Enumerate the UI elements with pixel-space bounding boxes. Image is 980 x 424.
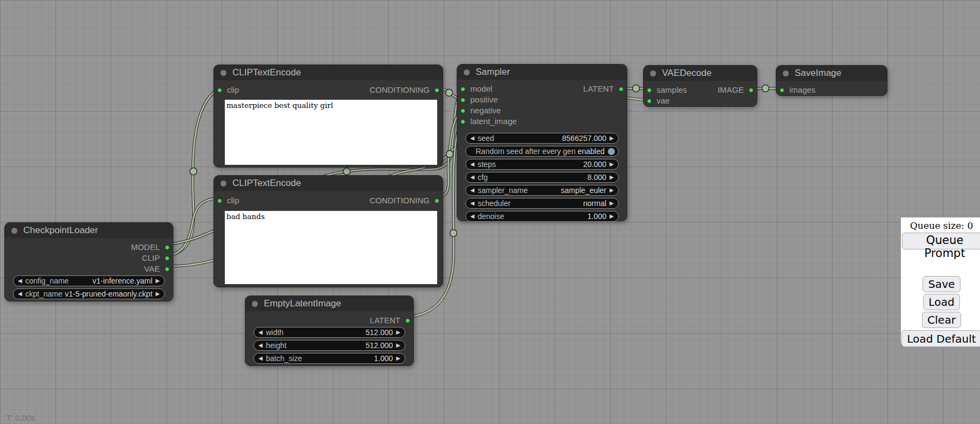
node-collapse-icon[interactable] <box>650 70 656 76</box>
widget-ckpt-name[interactable]: ◀ ckpt_name v1-5-pruned-emaonly.ckpt ▶ <box>13 288 165 299</box>
increment-arrow-icon[interactable]: ▶ <box>155 275 160 286</box>
input-slot-vae[interactable]: vae <box>644 95 670 106</box>
toggle-knob-icon[interactable] <box>608 148 615 155</box>
decrement-arrow-icon[interactable]: ◀ <box>470 159 475 170</box>
node-save-image[interactable]: SaveImage images <box>776 65 887 96</box>
node-collapse-icon[interactable] <box>220 70 226 76</box>
node-title-bar[interactable]: EmptyLatentImage <box>245 296 413 311</box>
node-title-bar[interactable]: CLIPTextEncode <box>214 176 443 191</box>
input-slot-samples[interactable]: samples <box>644 85 687 95</box>
widget-steps[interactable]: ◀ steps 20.000 ▶ <box>465 159 619 170</box>
positive-prompt-textarea[interactable]: masterpiece best quality girl <box>225 100 437 165</box>
input-dot-icon[interactable] <box>647 99 652 104</box>
input-dot-icon[interactable] <box>217 88 222 93</box>
widget-label: Random seed after every gen <box>476 147 575 156</box>
node-clip-text-encode-negative[interactable]: CLIPTextEncode clip CONDITIONING bad han… <box>213 175 443 287</box>
decrement-arrow-icon[interactable]: ◀ <box>18 275 22 286</box>
input-slot-latent-image[interactable]: latent_image <box>457 116 517 127</box>
input-dot-icon[interactable] <box>460 108 465 113</box>
node-checkpoint-loader[interactable]: CheckpointLoader MODEL CLIP VAE ◀ config… <box>4 222 173 301</box>
widget-seed[interactable]: ◀ seed 8566257.000 ▶ <box>465 133 619 144</box>
input-dot-icon[interactable] <box>780 88 784 93</box>
output-dot-icon[interactable] <box>165 267 170 272</box>
node-title-bar[interactable]: Sampler <box>457 65 627 80</box>
node-title-bar[interactable]: CheckpointLoader <box>5 223 173 238</box>
output-slot-conditioning[interactable]: CONDITIONING <box>369 85 443 95</box>
load-default-button[interactable]: Load Default <box>901 330 980 347</box>
node-vae-decode[interactable]: VAEDecode samples IMAGE vae <box>643 65 757 107</box>
increment-arrow-icon[interactable]: ▶ <box>396 340 400 351</box>
widget-cfg[interactable]: ◀ cfg 8.000 ▶ <box>465 172 619 183</box>
increment-arrow-icon[interactable]: ▶ <box>396 353 400 364</box>
input-dot-icon[interactable] <box>460 119 465 124</box>
output-dot-icon[interactable] <box>434 88 439 93</box>
node-collapse-icon[interactable] <box>252 301 258 307</box>
input-slot-clip[interactable]: clip <box>214 195 239 206</box>
output-slot-latent[interactable]: LATENT <box>583 83 627 94</box>
increment-arrow-icon[interactable]: ▶ <box>609 198 614 209</box>
output-slot-conditioning[interactable]: CONDITIONING <box>369 195 443 206</box>
widget-scheduler[interactable]: ◀ scheduler normal ▶ <box>465 198 619 209</box>
output-dot-icon[interactable] <box>749 88 754 93</box>
negative-prompt-textarea[interactable]: bad hands <box>225 211 437 284</box>
decrement-arrow-icon[interactable]: ◀ <box>470 198 475 209</box>
widget-random-seed-toggle[interactable]: Random seed after every gen enabled <box>465 146 619 157</box>
input-dot-icon[interactable] <box>460 98 465 102</box>
queue-prompt-button[interactable]: Queue Prompt <box>902 233 980 249</box>
input-slot-clip[interactable]: clip <box>214 85 239 95</box>
output-slot-latent[interactable]: LATENT <box>370 315 413 326</box>
node-collapse-icon[interactable] <box>783 70 789 76</box>
output-slot-clip[interactable]: CLIP <box>142 253 173 264</box>
node-sampler[interactable]: Sampler model LATENT positive negative l… <box>457 64 627 221</box>
input-slot-negative[interactable]: negative <box>457 105 501 116</box>
node-title-bar[interactable]: CLIPTextEncode <box>214 65 443 80</box>
increment-arrow-icon[interactable]: ▶ <box>609 185 614 196</box>
output-slot-model[interactable]: MODEL <box>131 242 173 253</box>
increment-arrow-icon[interactable]: ▶ <box>155 288 160 299</box>
node-clip-text-encode-positive[interactable]: CLIPTextEncode clip CONDITIONING masterp… <box>213 65 443 168</box>
widget-denoise[interactable]: ◀ denoise 1.000 ▶ <box>465 211 619 222</box>
output-dot-icon[interactable] <box>165 256 170 261</box>
input-dot-icon[interactable] <box>460 87 465 92</box>
widget-config-name[interactable]: ◀ config_name v1-inference.yaml ▶ <box>13 275 165 286</box>
queue-size-label: Queue size: 0 <box>901 217 980 231</box>
decrement-arrow-icon[interactable]: ◀ <box>18 288 22 299</box>
node-title-bar[interactable]: SaveImage <box>776 66 887 81</box>
increment-arrow-icon[interactable]: ▶ <box>396 327 400 338</box>
output-dot-icon[interactable] <box>165 245 170 250</box>
decrement-arrow-icon[interactable]: ◀ <box>258 327 263 338</box>
increment-arrow-icon[interactable]: ▶ <box>609 159 614 170</box>
decrement-arrow-icon[interactable]: ◀ <box>470 211 475 222</box>
input-dot-icon[interactable] <box>647 88 652 93</box>
widget-sampler-name[interactable]: ◀ sampler_name sample_euler ▶ <box>465 185 619 196</box>
input-slot-images[interactable]: images <box>776 85 815 95</box>
increment-arrow-icon[interactable]: ▶ <box>609 172 614 183</box>
widget-width[interactable]: ◀ width 512.000 ▶ <box>254 327 405 338</box>
output-slot-image[interactable]: IMAGE <box>718 85 757 95</box>
clear-button[interactable]: Clear <box>922 312 961 328</box>
node-title-bar[interactable]: VAEDecode <box>644 66 757 81</box>
decrement-arrow-icon[interactable]: ◀ <box>258 340 263 351</box>
widget-batch-size[interactable]: ◀ batch_size 1.000 ▶ <box>254 353 405 364</box>
node-collapse-icon[interactable] <box>220 181 226 187</box>
node-collapse-icon[interactable] <box>464 69 470 75</box>
decrement-arrow-icon[interactable]: ◀ <box>470 133 475 144</box>
input-slot-model[interactable]: model <box>457 83 492 94</box>
decrement-arrow-icon[interactable]: ◀ <box>470 185 475 196</box>
output-slot-vae[interactable]: VAE <box>144 264 173 274</box>
widget-label: cfg <box>478 173 488 182</box>
node-empty-latent-image[interactable]: EmptyLatentImage LATENT ◀ width 512.000 … <box>245 295 414 366</box>
node-collapse-icon[interactable] <box>11 228 17 234</box>
output-dot-icon[interactable] <box>434 198 439 203</box>
increment-arrow-icon[interactable]: ▶ <box>609 211 614 222</box>
widget-height[interactable]: ◀ height 512.000 ▶ <box>254 340 405 351</box>
output-dot-icon[interactable] <box>619 87 624 92</box>
increment-arrow-icon[interactable]: ▶ <box>609 133 614 144</box>
input-dot-icon[interactable] <box>217 198 222 203</box>
load-button[interactable]: Load <box>923 294 960 310</box>
output-dot-icon[interactable] <box>405 318 410 323</box>
input-slot-positive[interactable]: positive <box>457 94 498 105</box>
save-button[interactable]: Save <box>923 276 960 292</box>
decrement-arrow-icon[interactable]: ◀ <box>470 172 475 183</box>
decrement-arrow-icon[interactable]: ◀ <box>258 353 263 364</box>
